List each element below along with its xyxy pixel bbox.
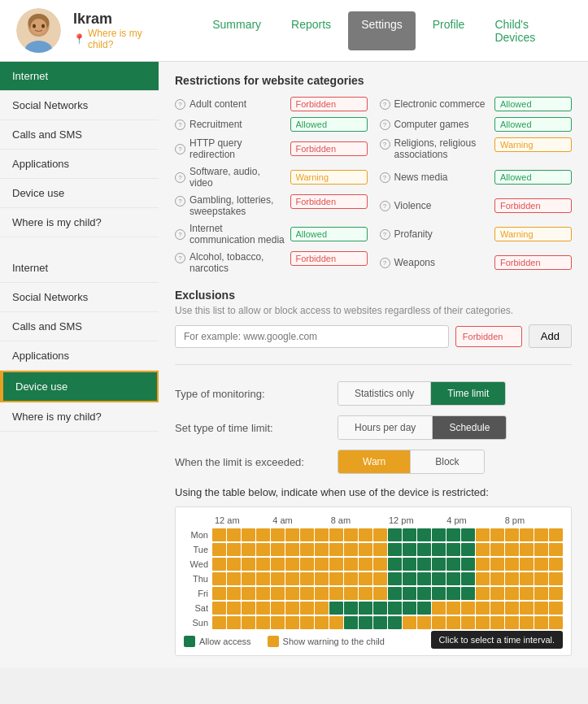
schedule-cell[interactable] [534, 616, 548, 629]
schedule-cell[interactable] [446, 616, 460, 629]
schedule-cell[interactable] [212, 528, 226, 541]
schedule-cell[interactable] [315, 602, 329, 615]
schedule-cell[interactable] [227, 572, 241, 585]
sidebar-item-deviceuse-bottom[interactable]: Device use [0, 371, 159, 402]
schedule-cell[interactable] [359, 572, 372, 585]
schedule-cell[interactable] [417, 543, 431, 556]
schedule-cell[interactable] [403, 602, 416, 615]
schedule-cell[interactable] [403, 587, 416, 600]
schedule-cell[interactable] [285, 528, 299, 541]
nav-profile[interactable]: Profile [420, 11, 478, 50]
schedule-cell[interactable] [446, 543, 460, 556]
schedule-cell[interactable] [476, 572, 490, 585]
schedule-cell[interactable] [359, 558, 372, 571]
schedule-cell[interactable] [534, 602, 548, 615]
select-violence[interactable]: Forbidden [494, 198, 572, 213]
schedule-cell[interactable] [520, 587, 534, 600]
schedule-cell[interactable] [329, 602, 343, 615]
schedule-cell[interactable] [271, 602, 285, 615]
schedule-cell[interactable] [242, 572, 255, 585]
schedule-cell[interactable] [300, 528, 314, 541]
schedule-cell[interactable] [373, 528, 387, 541]
sidebar-item-applications-top[interactable]: Applications [0, 150, 159, 179]
sidebar-item-deviceuse-top[interactable]: Device use [0, 179, 159, 208]
schedule-cell[interactable] [344, 558, 358, 571]
sidebar-item-internet-bottom[interactable]: Internet [0, 254, 159, 283]
schedule-cell[interactable] [417, 528, 431, 541]
schedule-cell[interactable] [359, 587, 372, 600]
schedule-cell[interactable] [549, 587, 563, 600]
schedule-cell[interactable] [476, 543, 490, 556]
schedule-cell[interactable] [388, 602, 402, 615]
schedule-cell[interactable] [403, 616, 416, 629]
schedule-cell[interactable] [476, 587, 490, 600]
select-http[interactable]: Forbidden [290, 141, 368, 156]
schedule-cell[interactable] [271, 558, 285, 571]
schedule-cell[interactable] [534, 572, 548, 585]
schedule-cell[interactable] [344, 616, 358, 629]
schedule-cell[interactable] [271, 543, 285, 556]
select-recruitment[interactable]: Allowed [290, 117, 368, 132]
schedule-cell[interactable] [212, 602, 226, 615]
exclusions-add-button[interactable]: Add [529, 324, 572, 348]
schedule-cell[interactable] [446, 572, 460, 585]
schedule-grid[interactable]: MonTueWedThuFriSatSun [184, 528, 563, 629]
schedule-cell[interactable] [549, 558, 563, 571]
exceeded-warn-btn[interactable]: Warn [338, 450, 411, 473]
schedule-cell[interactable] [490, 602, 504, 615]
schedule-cell[interactable] [373, 572, 387, 585]
schedule-cell[interactable] [534, 587, 548, 600]
schedule-cell[interactable] [329, 543, 343, 556]
schedule-cell[interactable] [300, 572, 314, 585]
schedule-cell[interactable] [242, 543, 255, 556]
schedule-cell[interactable] [329, 572, 343, 585]
schedule-cell[interactable] [285, 572, 299, 585]
select-alcohol[interactable]: Forbidden [290, 251, 368, 266]
time-limit-hours-btn[interactable]: Hours per day [338, 416, 433, 439]
schedule-cell[interactable] [271, 572, 285, 585]
schedule-cell[interactable] [227, 528, 241, 541]
exceeded-block-btn[interactable]: Block [411, 450, 483, 473]
sidebar-item-social-bottom[interactable]: Social Networks [0, 283, 159, 312]
schedule-cell[interactable] [446, 558, 460, 571]
schedule-cell[interactable] [549, 616, 563, 629]
schedule-cell[interactable] [505, 558, 519, 571]
schedule-cell[interactable] [315, 616, 329, 629]
schedule-cell[interactable] [227, 543, 241, 556]
schedule-cell[interactable] [461, 528, 475, 541]
schedule-cell[interactable] [285, 587, 299, 600]
sidebar-item-social-top[interactable]: Social Networks [0, 91, 159, 120]
schedule-cell[interactable] [315, 587, 329, 600]
schedule-cell[interactable] [461, 558, 475, 571]
schedule-cell[interactable] [461, 572, 475, 585]
select-games[interactable]: Allowed [494, 117, 572, 132]
schedule-cell[interactable] [490, 572, 504, 585]
sidebar-item-calls-bottom[interactable]: Calls and SMS [0, 312, 159, 341]
schedule-cell[interactable] [549, 572, 563, 585]
select-weapons[interactable]: Forbidden [494, 255, 572, 270]
schedule-cell[interactable] [490, 616, 504, 629]
schedule-cell[interactable] [432, 558, 446, 571]
sidebar-item-location-bottom[interactable]: Where is my child? [0, 402, 159, 432]
schedule-cell[interactable] [490, 558, 504, 571]
nav-settings[interactable]: Settings [348, 11, 416, 50]
schedule-cell[interactable] [329, 616, 343, 629]
select-gambling[interactable]: Forbidden [290, 194, 368, 209]
schedule-cell[interactable] [300, 616, 314, 629]
schedule-cell[interactable] [534, 543, 548, 556]
schedule-cell[interactable] [373, 602, 387, 615]
schedule-cell[interactable] [329, 587, 343, 600]
schedule-cell[interactable] [256, 558, 270, 571]
schedule-cell[interactable] [271, 528, 285, 541]
schedule-cell[interactable] [417, 572, 431, 585]
schedule-cell[interactable] [285, 558, 299, 571]
schedule-cell[interactable] [461, 587, 475, 600]
schedule-cell[interactable] [227, 616, 241, 629]
sidebar-item-applications-bottom[interactable]: Applications [0, 341, 159, 371]
monitoring-statistics-btn[interactable]: Statistics only [338, 382, 431, 405]
schedule-cell[interactable] [432, 528, 446, 541]
sidebar-item-location-top[interactable]: Where is my child? [0, 208, 159, 237]
schedule-cell[interactable] [300, 602, 314, 615]
schedule-cell[interactable] [403, 572, 416, 585]
schedule-cell[interactable] [549, 602, 563, 615]
